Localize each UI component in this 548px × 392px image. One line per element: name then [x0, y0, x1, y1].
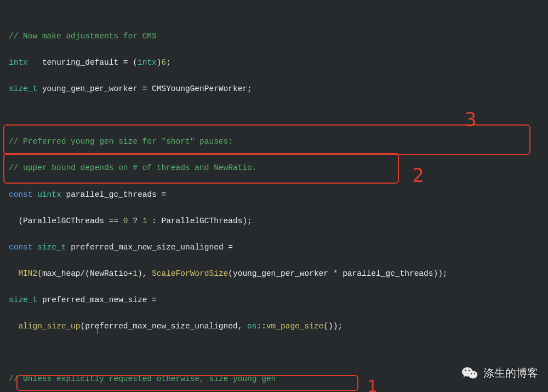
watermark-text: 涤生的博客	[483, 364, 538, 382]
svg-point-5	[474, 373, 475, 374]
annotation-3: 3	[465, 103, 477, 136]
text-cursor	[98, 324, 98, 334]
code-line: MIN2(max_heap/(NewRatio+1), ScaleForWord…	[9, 267, 548, 280]
code-editor: // Now make adjustments for CMS intx ten…	[0, 0, 548, 392]
svg-point-1	[469, 371, 478, 379]
code-line: intx tenuring_default = (intx)6;	[9, 56, 548, 69]
annotation-1: 1	[367, 373, 377, 392]
svg-point-3	[469, 370, 470, 372]
code-line: // Now make adjustments for CMS	[9, 30, 548, 43]
code-line: (ParallelGCThreads == 0 ? 1 : ParallelGC…	[9, 214, 548, 228]
blank-line	[9, 346, 548, 359]
wechat-icon	[461, 366, 478, 380]
comment: // Now make adjustments for CMS	[9, 32, 157, 41]
svg-point-2	[465, 370, 466, 372]
code-line: size_t preferred_max_new_size =	[9, 293, 548, 306]
code-line: // upper bound depends on # of threads a…	[9, 161, 548, 174]
code-line: // Preferred young gen size for "short" …	[9, 135, 548, 148]
code-line: size_t young_gen_per_worker = CMSYoungGe…	[9, 82, 548, 95]
code-line: const uintx parallel_gc_threads =	[9, 188, 548, 201]
watermark: 涤生的博客	[461, 364, 538, 382]
code-line: align_size_up(preferred_max_new_size_una…	[9, 320, 548, 333]
annotation-2: 2	[412, 159, 424, 192]
code-line: const size_t preferred_max_new_size_unal…	[9, 241, 548, 254]
svg-point-4	[471, 373, 472, 374]
